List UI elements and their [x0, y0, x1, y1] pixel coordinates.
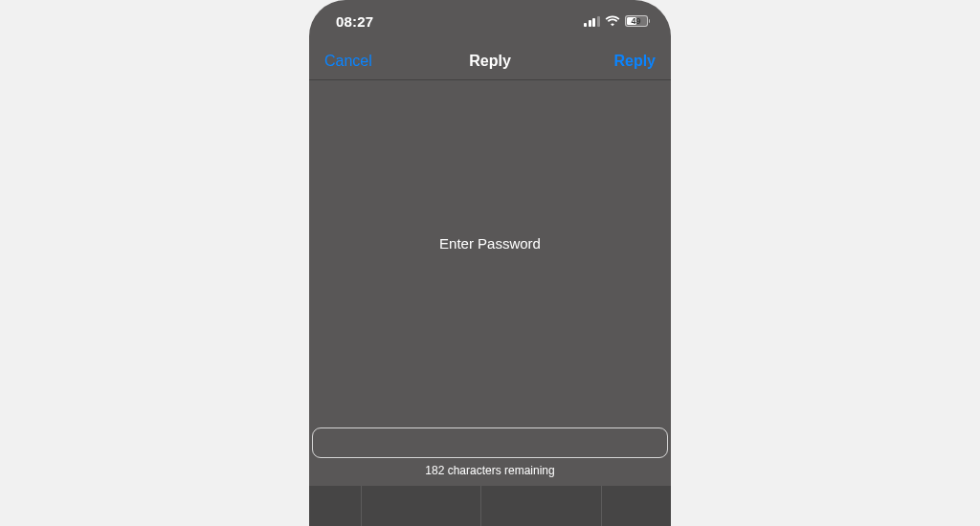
char-count: 182 characters remaining — [312, 464, 668, 477]
phone-screen: 08:27 49 — [309, 0, 671, 526]
input-section: 182 characters remaining — [309, 427, 671, 482]
keyboard-accessory[interactable] — [309, 486, 671, 526]
nav-title: Reply — [382, 53, 598, 70]
status-bar: 08:27 49 — [309, 0, 671, 42]
keyboard-segment[interactable] — [309, 486, 362, 526]
nav-bar: Cancel Reply Reply — [309, 42, 671, 80]
password-prompt: Enter Password — [439, 235, 541, 252]
cancel-button[interactable]: Cancel — [324, 53, 382, 70]
keyboard-segment[interactable] — [602, 486, 671, 526]
keyboard-segment[interactable] — [362, 486, 482, 526]
reply-input[interactable] — [312, 427, 668, 458]
keyboard-segment[interactable] — [481, 486, 602, 526]
content-area: Enter Password 182 characters remaining — [309, 80, 671, 482]
cellular-signal-icon — [584, 16, 600, 27]
reply-button[interactable]: Reply — [598, 53, 656, 70]
battery-icon: 49 — [625, 15, 651, 27]
battery-percent: 49 — [626, 16, 647, 26]
status-time: 08:27 — [336, 13, 373, 30]
status-indicators: 49 — [584, 15, 650, 27]
wifi-icon — [605, 15, 620, 27]
